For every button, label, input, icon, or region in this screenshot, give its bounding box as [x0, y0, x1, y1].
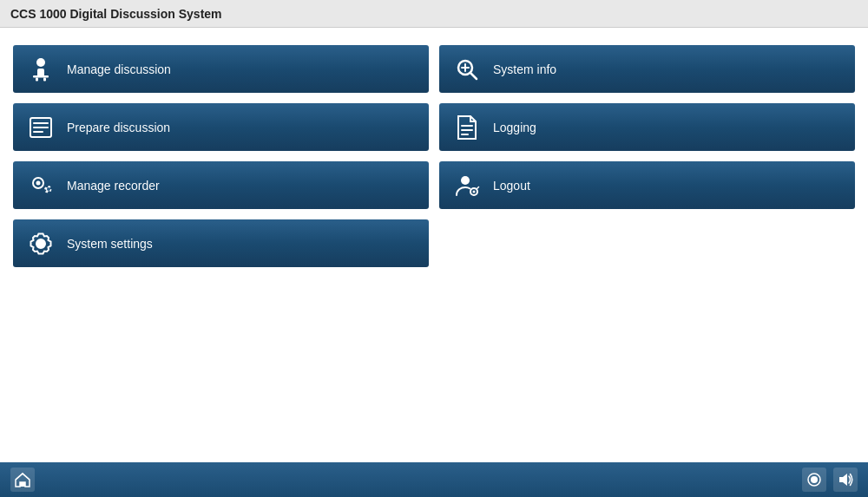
logging-label: Logging	[493, 121, 536, 134]
person-podium-icon	[27, 56, 55, 83]
svg-marker-28	[839, 474, 847, 486]
list-lines-icon	[27, 114, 55, 141]
svg-line-22	[477, 186, 479, 188]
manage-discussion-button[interactable]: Manage discussion	[13, 45, 429, 93]
person-key-icon	[453, 172, 481, 199]
system-settings-label: System settings	[67, 237, 153, 251]
main-content: Manage discussion System info Prepare di…	[0, 28, 868, 462]
system-settings-button[interactable]: System settings	[13, 219, 429, 267]
gear-icon	[27, 230, 55, 258]
record-button[interactable]	[802, 468, 826, 492]
svg-line-6	[470, 73, 477, 79]
svg-rect-4	[43, 77, 46, 81]
bottom-bar-right	[802, 468, 858, 492]
svg-point-24	[39, 241, 43, 245]
system-info-button[interactable]: System info	[439, 45, 855, 93]
bottom-bar	[0, 462, 868, 497]
bottom-bar-left	[10, 468, 35, 492]
svg-point-27	[811, 476, 818, 483]
svg-point-0	[36, 58, 45, 67]
search-zoom-icon	[453, 56, 481, 83]
svg-rect-2	[33, 75, 49, 78]
svg-rect-25	[20, 482, 25, 487]
svg-point-21	[473, 190, 476, 193]
document-icon	[453, 114, 481, 141]
record-gear-icon	[27, 172, 55, 199]
prepare-discussion-button[interactable]: Prepare discussion	[13, 103, 429, 151]
manage-recorder-label: Manage recorder	[67, 179, 160, 193]
title-bar: CCS 1000 Digital Discussion System	[0, 0, 868, 28]
app-title: CCS 1000 Digital Discussion System	[10, 7, 222, 21]
home-button[interactable]	[10, 468, 35, 492]
manage-discussion-label: Manage discussion	[67, 62, 171, 76]
prepare-discussion-label: Prepare discussion	[67, 121, 170, 134]
manage-recorder-button[interactable]: Manage recorder	[13, 161, 429, 209]
logout-button[interactable]: Logout	[439, 161, 855, 209]
svg-point-17	[36, 180, 41, 185]
volume-button[interactable]	[833, 468, 858, 492]
svg-point-19	[461, 176, 470, 185]
svg-point-18	[47, 187, 50, 191]
logging-button[interactable]: Logging	[439, 103, 855, 151]
svg-rect-3	[36, 77, 38, 81]
system-info-label: System info	[493, 62, 556, 76]
logout-label: Logout	[493, 179, 530, 193]
